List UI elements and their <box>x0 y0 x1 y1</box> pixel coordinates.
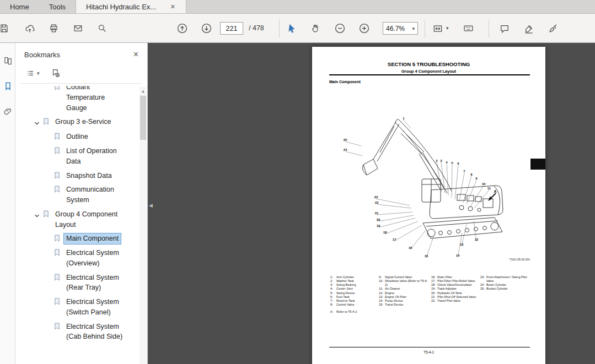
bookmark-label[interactable]: Communication System <box>63 184 126 206</box>
zoom-level-dropdown[interactable]: 46.7% ▾ <box>383 22 418 35</box>
bookmark-icon <box>54 296 63 307</box>
sign-button[interactable] <box>545 21 560 36</box>
diagram-callout: 14 <box>456 254 460 257</box>
zoom-out-button[interactable] <box>333 21 347 36</box>
fit-width-button[interactable] <box>430 21 445 36</box>
scrollbar-thumb[interactable] <box>140 96 146 140</box>
bookmark-label[interactable]: Electrical System (Switch Panel) <box>63 296 126 318</box>
hand-tool-button[interactable] <box>308 21 323 36</box>
marquee-zoom-button[interactable] <box>95 21 110 36</box>
legend-item: 2-Washer Tank <box>330 279 378 283</box>
bookmarks-scrollbar[interactable]: ▲ <box>140 87 147 364</box>
excavator-diagram: 12524234567891011A1213141516171819202122… <box>329 102 530 262</box>
chevron-down-icon: ▾ <box>412 26 415 31</box>
pointer-icon <box>287 23 297 34</box>
legend-item: 14-Pump Device <box>379 299 430 303</box>
tab-home[interactable]: Home <box>0 0 39 13</box>
tab-document[interactable]: Hitachi Hydraulic Ex... × <box>76 0 186 13</box>
attachments-button[interactable] <box>2 106 13 117</box>
print-button[interactable] <box>46 21 61 36</box>
bookmark-item[interactable]: Communication System <box>19 184 137 206</box>
bookmark-options-button[interactable]: ▾ <box>25 68 40 78</box>
diagram-callout: 20 <box>377 218 380 221</box>
comment-button[interactable] <box>497 21 512 36</box>
expand-current-bookmark-button[interactable] <box>51 68 61 78</box>
bookmark-item[interactable]: Outline <box>19 131 137 143</box>
bookmarks-panel-button[interactable] <box>2 80 13 91</box>
bookmark-label[interactable]: Coolant Temperature Gauge <box>63 86 126 113</box>
legend-item: 7-Reserve Tank <box>330 299 378 303</box>
bookmark-label[interactable]: Snapshot Data <box>63 170 115 182</box>
bookmark-label[interactable]: Electrical System (Cab Behind Side) <box>63 321 126 343</box>
legend-column: 9-Signal Control Valve10-Shockless Valve… <box>379 275 430 307</box>
bookmark-item[interactable]: Electrical System (Cab Behind Side) <box>19 321 137 343</box>
share-cloud-button[interactable] <box>22 21 37 36</box>
page-count-label: / 478 <box>249 24 264 32</box>
bookmark-icon <box>54 131 63 142</box>
bookmark-item[interactable]: Snapshot Data <box>19 170 137 182</box>
print-icon <box>49 23 59 34</box>
diagram-callout: 19 <box>377 224 380 227</box>
tab-close-icon[interactable]: × <box>169 3 176 10</box>
page-subtitle: Group 4 Component Layout <box>312 69 545 74</box>
save-icon <box>0 23 9 34</box>
pdf-page: SECTION 5 TROUBLESHOOTING Group 4 Compon… <box>312 47 545 364</box>
bookmark-icon <box>54 145 63 156</box>
bookmark-list: Coolant Temperature GaugeGroup 3 e-Servi… <box>19 86 137 364</box>
bookmark-item[interactable]: Coolant Temperature Gauge <box>19 86 137 113</box>
bookmark-label[interactable]: Electrical System (Overview) <box>63 247 126 269</box>
chevron-down-icon[interactable] <box>34 209 43 221</box>
page-number-input[interactable] <box>220 22 243 35</box>
bookmark-label[interactable]: Group 3 e-Service <box>52 116 114 128</box>
zoom-in-button[interactable] <box>357 21 372 36</box>
diagram-callout: 24 <box>344 148 347 151</box>
bookmark-label[interactable]: Outline <box>63 131 91 143</box>
legend-item: 19-Track Adjuster <box>431 287 480 291</box>
save-button[interactable] <box>0 21 12 36</box>
keyboard-icon <box>463 23 474 34</box>
diagram-callout: 8 <box>470 173 473 176</box>
legend-item: 23-Front Attachment / Swing Pilot Valve <box>480 275 531 283</box>
diagram-callout: 6 <box>457 162 459 165</box>
previous-page-button[interactable] <box>175 21 190 36</box>
bookmark-item[interactable]: Electrical System (Rear Tray) <box>19 272 137 294</box>
bookmark-item[interactable]: List of Operation Data <box>19 145 137 167</box>
bookmark-icon <box>54 247 63 258</box>
highlight-button[interactable] <box>521 21 536 36</box>
bookmark-item[interactable]: Group 3 e-Service <box>19 116 137 128</box>
bookmark-item[interactable]: Electrical System (Overview) <box>19 247 137 269</box>
scroll-up-arrow-icon[interactable]: ▲ <box>140 87 147 95</box>
reading-mode-button[interactable] <box>461 21 476 36</box>
collapse-panel-arrow-icon[interactable]: ◀ <box>149 203 153 208</box>
legend-item: 11-Air Cleaner <box>379 287 430 291</box>
figure-reference: T1AC-05-02-001 <box>510 258 530 261</box>
diagram-callout: 25 <box>344 138 347 142</box>
tab-tools[interactable]: Tools <box>39 0 76 13</box>
page-title: SECTION 5 TROUBLESHOOTING <box>312 61 545 67</box>
main-toolbar: / 478 46.7% ▾ ▾ <box>0 14 595 43</box>
bookmark-item[interactable]: Main Component <box>19 233 137 245</box>
toolbar-divider <box>279 19 280 37</box>
diagram-callout: 23 <box>374 195 378 199</box>
bookmark-label[interactable]: Main Component <box>63 233 121 245</box>
page-thumbnails-button[interactable] <box>2 55 13 66</box>
legend-item: 6-Fuel Tank <box>330 295 378 299</box>
bookmark-label[interactable]: Group 4 Component Layout <box>52 209 121 231</box>
fit-dropdown-caret-icon[interactable]: ▾ <box>446 25 449 31</box>
close-icon[interactable]: × <box>133 50 138 59</box>
chevron-down-icon[interactable] <box>34 116 43 128</box>
legend-column: 1-Arm Cylinder2-Washer Tank3-Swing Beari… <box>330 275 378 307</box>
next-page-button[interactable] <box>199 21 214 36</box>
email-button[interactable] <box>71 21 85 36</box>
document-view[interactable]: ◀ SECTION 5 TROUBLESHOOTING Group 4 Comp… <box>148 43 595 364</box>
bookmark-item[interactable]: Group 4 Component Layout <box>19 209 137 231</box>
bookmark-label[interactable]: Electrical System (Rear Tray) <box>63 272 126 294</box>
bookmark-icon <box>54 170 63 181</box>
bookmark-label[interactable]: List of Operation Data <box>63 145 126 167</box>
magnifier-icon <box>97 23 108 34</box>
diagram-callout: A <box>494 189 496 193</box>
page-footer: T5-4-1 <box>312 350 545 354</box>
legend-item: 4-Center Joint <box>330 287 378 291</box>
bookmark-item[interactable]: Electrical System (Switch Panel) <box>19 296 137 318</box>
select-tool-button[interactable] <box>285 21 299 36</box>
